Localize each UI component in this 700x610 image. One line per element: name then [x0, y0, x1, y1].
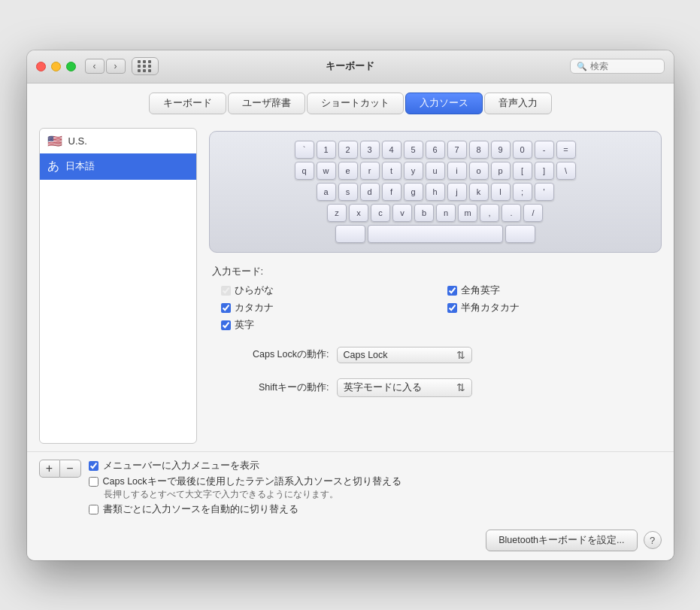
- menubar-checkbox[interactable]: [89, 461, 98, 471]
- key-y: y: [404, 162, 423, 180]
- search-box[interactable]: 🔍: [570, 59, 665, 74]
- minimize-button[interactable]: [51, 62, 61, 71]
- checkbox-hiragana[interactable]: ひらがな: [221, 284, 432, 297]
- capslock-checkbox-group: Caps Lockキーで最後に使用したラテン語系入力ソースと切り替える 長押しす…: [89, 475, 402, 500]
- eigo-label: 英字: [235, 319, 254, 332]
- docswitch-label: 書類ごとに入力ソースを自動的に切り替える: [103, 503, 298, 516]
- capslock-switch-checkbox[interactable]: [89, 477, 98, 487]
- key-i: i: [447, 162, 467, 180]
- katakana-label: カタカナ: [235, 302, 274, 314]
- search-input[interactable]: [590, 61, 658, 71]
- add-remove-buttons: + −: [39, 460, 81, 478]
- kb-row-3: a s d f g h j k l ; ': [222, 183, 649, 201]
- key-s: s: [338, 183, 358, 201]
- caps-lock-stepper-icon: ⇅: [456, 350, 465, 360]
- key-c: c: [371, 204, 390, 222]
- key-q: q: [295, 162, 314, 180]
- traffic-lights: [36, 62, 76, 71]
- footer: Bluetoothキーボードを設定... ?: [27, 524, 674, 560]
- window-title: キーボード: [326, 59, 374, 73]
- key-quote: ': [535, 183, 554, 201]
- key-rbracket: ]: [535, 162, 554, 180]
- us-flag-icon: 🇺🇸: [47, 134, 62, 148]
- tabs-bar: キーボード ユーザ辞書 ショートカット 入力ソース 音声入力: [27, 83, 674, 120]
- key-0: 0: [513, 141, 532, 159]
- key-period: .: [502, 204, 521, 222]
- key-8: 8: [469, 141, 489, 159]
- katakana-checkbox[interactable]: [221, 303, 231, 313]
- titlebar: ‹ › キーボード 🔍: [27, 50, 674, 83]
- key-space: [368, 225, 503, 243]
- close-button[interactable]: [36, 62, 46, 71]
- key-e: e: [338, 162, 358, 180]
- key-m: m: [458, 204, 477, 222]
- menubar-checkbox-item[interactable]: メニューバーに入力メニューを表示: [89, 460, 402, 472]
- add-language-button[interactable]: +: [39, 460, 60, 478]
- key-1: 1: [317, 141, 336, 159]
- tab-shortcut[interactable]: ショートカット: [307, 93, 404, 114]
- key-9: 9: [491, 141, 511, 159]
- capslock-hint: 長押しするとすべて大文字で入力できるようになります。: [104, 489, 402, 500]
- zenkaku-checkbox[interactable]: [447, 286, 457, 296]
- key-slash: /: [523, 204, 543, 222]
- hankaku-checkbox[interactable]: [447, 303, 457, 313]
- shift-action-label: Shiftキーの動作:: [209, 381, 329, 394]
- caps-lock-row: Caps Lockの動作: Caps Lock ⇅: [209, 347, 662, 363]
- docswitch-checkbox[interactable]: [89, 505, 98, 514]
- bottom-bar: + − メニューバーに入力メニューを表示 Caps Lockキーで最後に使用した…: [27, 451, 674, 524]
- remove-language-button[interactable]: −: [60, 460, 81, 478]
- forward-button[interactable]: ›: [106, 59, 126, 74]
- fullscreen-button[interactable]: [66, 62, 76, 71]
- checkbox-zenkaku[interactable]: 全角英字: [447, 284, 659, 297]
- key-u: u: [426, 162, 445, 180]
- capslock-switch-checkbox-item[interactable]: Caps Lockキーで最後に使用したラテン語系入力ソースと切り替える: [89, 475, 402, 488]
- hankaku-label: 半角カタカナ: [461, 302, 520, 314]
- shift-stepper-icon: ⇅: [456, 382, 465, 393]
- caps-lock-value: Caps Lock: [344, 350, 388, 360]
- key-o: o: [469, 162, 489, 180]
- bluetooth-setup-button[interactable]: Bluetoothキーボードを設定...: [486, 530, 637, 551]
- capslock-switch-label: Caps Lockキーで最後に使用したラテン語系入力ソースと切り替える: [103, 475, 402, 488]
- shift-action-row: Shiftキーの動作: 英字モードに入る ⇅: [209, 378, 662, 397]
- key-3: 3: [360, 141, 380, 159]
- key-f: f: [382, 183, 402, 201]
- right-panel: ` 1 2 3 4 5 6 7 8 9 0 - = q w e: [209, 128, 662, 444]
- checkbox-eigo[interactable]: 英字: [221, 319, 432, 332]
- key-backtick: `: [295, 141, 314, 159]
- tab-voice[interactable]: 音声入力: [484, 93, 552, 114]
- key-l: l: [491, 183, 511, 201]
- eigo-checkbox[interactable]: [221, 320, 231, 330]
- key-7: 7: [447, 141, 467, 159]
- hiragana-checkbox[interactable]: [221, 286, 231, 296]
- key-j: j: [447, 183, 467, 201]
- checkbox-katakana[interactable]: カタカナ: [221, 302, 432, 314]
- help-button[interactable]: ?: [644, 531, 662, 549]
- checkbox-hankaku[interactable]: 半角カタカナ: [447, 302, 659, 314]
- key-lbracket: [: [513, 162, 532, 180]
- search-icon: 🔍: [577, 62, 587, 71]
- key-w: w: [317, 162, 336, 180]
- lang-item-japanese[interactable]: あ 日本語: [40, 153, 196, 180]
- key-h: h: [426, 183, 445, 201]
- key-n: n: [436, 204, 456, 222]
- hiragana-label: ひらがな: [235, 284, 274, 297]
- shift-action-value: 英字モードに入る: [344, 381, 422, 394]
- key-t: t: [382, 162, 402, 180]
- key-k: k: [469, 183, 489, 201]
- tab-keyboard[interactable]: キーボード: [149, 93, 226, 114]
- apps-button[interactable]: [132, 57, 159, 75]
- tab-inputsource[interactable]: 入力ソース: [405, 93, 483, 114]
- key-z: z: [327, 204, 347, 222]
- tab-userdic[interactable]: ユーザ辞書: [228, 93, 305, 114]
- shift-action-select[interactable]: 英字モードに入る ⇅: [337, 378, 472, 397]
- key-d: d: [360, 183, 380, 201]
- us-label: U.S.: [68, 135, 87, 147]
- kb-row-2: q w e r t y u i o p [ ] \: [222, 162, 649, 180]
- key-comma: ,: [480, 204, 499, 222]
- nav-buttons: ‹ ›: [85, 59, 126, 74]
- back-button[interactable]: ‹: [85, 59, 105, 74]
- caps-lock-select[interactable]: Caps Lock ⇅: [337, 347, 472, 363]
- lang-item-us[interactable]: 🇺🇸 U.S.: [40, 129, 196, 153]
- zenkaku-label: 全角英字: [461, 284, 500, 297]
- docswitch-checkbox-item[interactable]: 書類ごとに入力ソースを自動的に切り替える: [89, 503, 402, 516]
